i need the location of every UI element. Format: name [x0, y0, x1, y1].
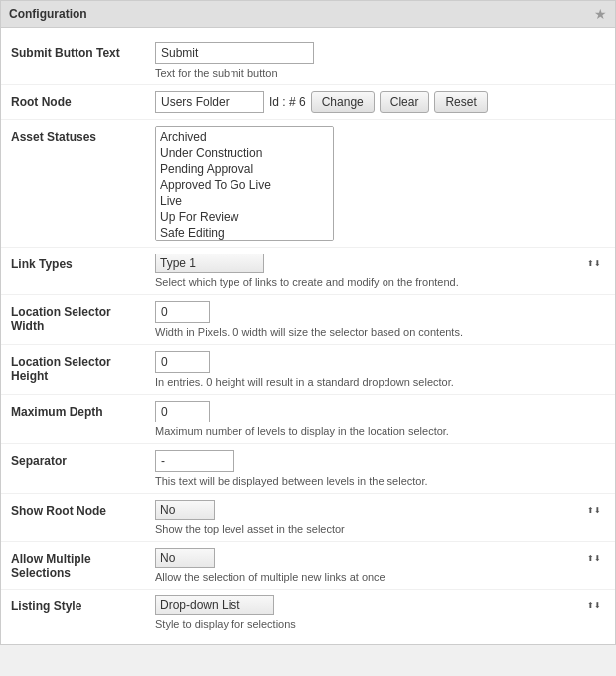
maximum-depth-content: Maximum number of levels to display in t…	[155, 401, 605, 437]
link-types-row: Link Types Type 1Type 2Type 3 Select whi…	[1, 248, 615, 295]
maximum-depth-row: Maximum Depth Maximum number of levels t…	[1, 395, 615, 444]
listing-style-label: Listing Style	[11, 595, 155, 613]
root-node-row: Root Node Id : # 6 Change Clear Reset	[1, 85, 615, 120]
allow-multiple-selections-select-wrapper: NoYes	[155, 548, 605, 568]
panel-body: Submit Button Text Text for the submit b…	[1, 28, 615, 644]
maximum-depth-label: Maximum Depth	[11, 401, 155, 419]
allow-multiple-selections-row: Allow Multiple Selections NoYes Allow th…	[1, 542, 615, 590]
maximum-depth-hint: Maximum number of levels to display in t…	[155, 425, 605, 437]
submit-button-text-hint: Text for the submit button	[155, 67, 605, 79]
allow-multiple-selections-content: NoYes Allow the selection of multiple ne…	[155, 548, 605, 583]
panel-title: Configuration	[9, 7, 87, 21]
asset-statuses-row: Asset Statuses ArchivedUnder Constructio…	[1, 120, 615, 248]
listing-style-hint: Style to display for selections	[155, 618, 605, 630]
link-types-content: Type 1Type 2Type 3 Select which type of …	[155, 254, 605, 288]
separator-hint: This text will be displayed between leve…	[155, 475, 605, 487]
allow-multiple-selections-hint: Allow the selection of multiple new link…	[155, 571, 605, 583]
configuration-panel: Configuration ★ Submit Button Text Text …	[0, 0, 616, 645]
asset-statuses-content: ArchivedUnder ConstructionPending Approv…	[155, 126, 605, 241]
maximum-depth-input[interactable]	[155, 401, 210, 422]
link-types-select-wrapper: Type 1Type 2Type 3	[155, 254, 605, 273]
root-node-controls: Id : # 6 Change Clear Reset	[155, 91, 605, 113]
location-selector-height-content: In entries. 0 height will result in a st…	[155, 351, 605, 388]
listing-style-select-wrapper: Drop-down ListRadio ButtonsCheckboxes	[155, 595, 605, 615]
allow-multiple-selections-select[interactable]: NoYes	[155, 548, 215, 568]
show-root-node-select[interactable]: NoYes	[155, 500, 215, 520]
asset-statuses-label: Asset Statuses	[11, 126, 155, 144]
asset-statuses-select[interactable]: ArchivedUnder ConstructionPending Approv…	[155, 126, 334, 241]
location-selector-width-label: Location Selector Width	[11, 301, 155, 333]
root-node-id: Id : # 6	[269, 95, 306, 109]
submit-button-text-input[interactable]	[155, 42, 314, 64]
allow-multiple-selections-label: Allow Multiple Selections	[11, 548, 155, 580]
separator-content: This text will be displayed between leve…	[155, 450, 605, 487]
location-selector-height-row: Location Selector Height In entries. 0 h…	[1, 345, 615, 395]
root-node-content: Id : # 6 Change Clear Reset	[155, 91, 605, 113]
reset-button[interactable]: Reset	[434, 91, 487, 113]
location-selector-width-input[interactable]	[155, 301, 210, 323]
link-types-select[interactable]: Type 1Type 2Type 3	[155, 254, 264, 273]
show-root-node-select-wrapper: NoYes	[155, 500, 605, 520]
star-icon: ★	[594, 6, 607, 22]
link-types-hint: Select which type of links to create and…	[155, 276, 605, 288]
submit-button-text-label: Submit Button Text	[11, 42, 155, 60]
location-selector-width-hint: Width in Pixels. 0 width will size the s…	[155, 326, 605, 338]
location-selector-height-input[interactable]	[155, 351, 210, 373]
show-root-node-content: NoYes Show the top level asset in the se…	[155, 500, 605, 535]
separator-input[interactable]	[155, 450, 234, 472]
show-root-node-row: Show Root Node NoYes Show the top level …	[1, 494, 615, 542]
root-node-input[interactable]	[155, 91, 264, 113]
listing-style-content: Drop-down ListRadio ButtonsCheckboxes St…	[155, 595, 605, 630]
panel-header: Configuration ★	[1, 1, 615, 28]
location-selector-width-row: Location Selector Width Width in Pixels.…	[1, 295, 615, 345]
listing-style-select[interactable]: Drop-down ListRadio ButtonsCheckboxes	[155, 595, 274, 615]
change-button[interactable]: Change	[311, 91, 375, 113]
listing-style-row: Listing Style Drop-down ListRadio Button…	[1, 590, 615, 636]
separator-label: Separator	[11, 450, 155, 468]
separator-row: Separator This text will be displayed be…	[1, 444, 615, 494]
location-selector-width-content: Width in Pixels. 0 width will size the s…	[155, 301, 605, 338]
show-root-node-label: Show Root Node	[11, 500, 155, 518]
location-selector-height-label: Location Selector Height	[11, 351, 155, 383]
clear-button[interactable]: Clear	[380, 91, 430, 113]
show-root-node-hint: Show the top level asset in the selector	[155, 523, 605, 535]
submit-button-text-row: Submit Button Text Text for the submit b…	[1, 36, 615, 85]
root-node-label: Root Node	[11, 91, 155, 109]
location-selector-height-hint: In entries. 0 height will result in a st…	[155, 376, 605, 388]
submit-button-text-content: Text for the submit button	[155, 42, 605, 79]
link-types-label: Link Types	[11, 254, 155, 271]
